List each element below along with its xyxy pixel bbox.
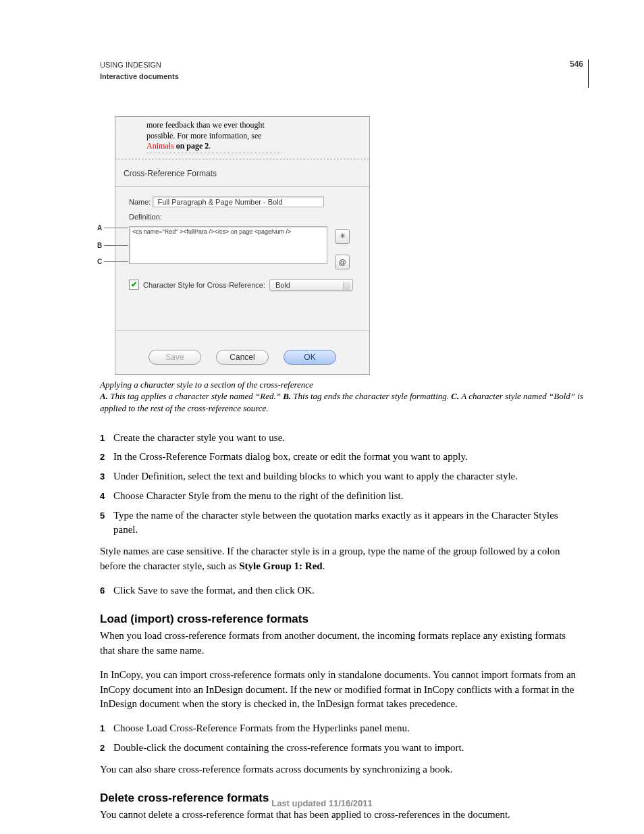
dialog-body: Name: Full Paragraph & Page Number - Bol… (115, 187, 369, 299)
doc-period: . (209, 141, 211, 151)
doc-onpage: on page 2 (174, 141, 209, 151)
caption-a-label: A. (100, 391, 108, 401)
header-rule (588, 59, 589, 88)
definition-label: Definition: (129, 213, 361, 221)
caption-b-label: B. (283, 391, 291, 401)
step: Type the name of the character style bet… (100, 509, 583, 538)
running-head: USING INDESIGN Interactive documents (100, 59, 583, 82)
dialog-title: Cross-Reference Formats (115, 159, 369, 187)
definition-textarea[interactable]: <cs name="Red" ><fullPara /></cs> on pag… (129, 226, 327, 264)
steps-main: Create the character style you want to u… (100, 431, 583, 538)
doc-line2: possible. For more information, see (146, 131, 262, 140)
charstyle-select[interactable]: Bold (269, 279, 353, 291)
runhead-line2: Interactive documents (100, 71, 583, 82)
save-button[interactable]: Save (149, 350, 201, 365)
dialog-buttons: Save Cancel OK (115, 330, 369, 374)
step: Choose Character Style from the menu to … (100, 489, 583, 504)
steps-load: Choose Load Cross-Reference Formats from… (100, 721, 583, 756)
charstyle-checkbox[interactable]: ✔ (129, 280, 139, 290)
delete-p1: You cannot delete a cross-reference form… (100, 808, 583, 823)
style-note-post: . (323, 561, 325, 571)
step: Click Save to save the format, and then … (100, 583, 583, 598)
style-note-bold: Style Group 1: Red (239, 561, 322, 571)
load-p2: In InCopy, you can import cross-referenc… (100, 668, 583, 712)
building-block-button[interactable]: ✳ (335, 229, 350, 244)
heading-load: Load (import) cross-reference formats (100, 613, 583, 626)
doc-line1: more feedback than we ever thought (146, 120, 265, 130)
dialog-frame: more feedback than we ever thought possi… (115, 116, 370, 375)
annotation-a: A (97, 224, 102, 232)
caption-c-label: C. (451, 391, 459, 401)
figure: A B C more feedback than we ever thought… (115, 116, 370, 375)
footer: Last updated 11/16/2011 (0, 798, 644, 808)
name-input[interactable]: Full Paragraph & Page Number - Bold (153, 197, 324, 207)
steps-main-cont: Click Save to save the format, and then … (100, 583, 583, 598)
annotation-c: C (97, 258, 102, 265)
special-char-button[interactable]: @ (335, 255, 350, 269)
caption-a-text: This tag applies a character style named… (108, 391, 283, 401)
ok-button[interactable]: OK (284, 350, 336, 365)
cancel-button[interactable]: Cancel (216, 350, 269, 365)
charstyle-label: Character Style for Cross-Reference: (143, 281, 265, 289)
runhead-line1: USING INDESIGN (100, 59, 583, 71)
page-number: 546 (570, 59, 583, 69)
load-p3: You can also share cross-reference forma… (100, 762, 583, 777)
annotation-b: B (97, 242, 102, 249)
name-label: Name: (129, 198, 151, 206)
load-p1: When you load cross-reference formats fr… (100, 629, 583, 658)
style-note-pre: Style names are case sensitive. If the c… (100, 546, 560, 571)
caption-b-text: This tag ends the character style format… (291, 391, 451, 401)
figure-caption: Applying a character style to a section … (100, 379, 583, 415)
step: Choose Load Cross-Reference Formats from… (100, 721, 583, 736)
document-preview: more feedback than we ever thought possi… (115, 116, 369, 159)
step: Under Definition, select the text and bu… (100, 469, 583, 484)
step: In the Cross-Reference Formats dialog bo… (100, 450, 583, 465)
style-note: Style names are case sensitive. If the c… (100, 544, 583, 574)
step: Double-click the document containing the… (100, 741, 583, 756)
step: Create the character style you want to u… (100, 431, 583, 446)
doc-animals: Animals (146, 141, 174, 151)
caption-title: Applying a character style to a section … (100, 379, 583, 391)
